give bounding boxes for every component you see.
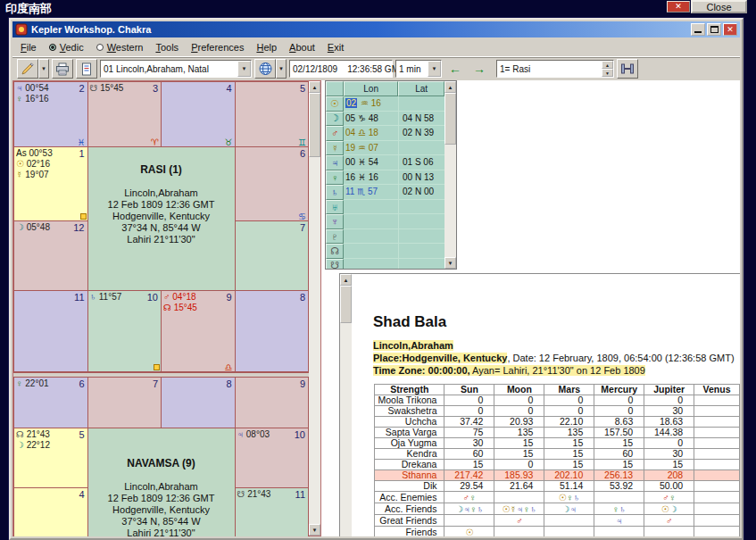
navamsa-house-8-cell[interactable]: 8	[162, 378, 236, 428]
lon-cell: 19 ♒ 07	[344, 141, 399, 156]
planet-table-scrollbar[interactable]: ▲ ▼	[444, 81, 456, 269]
planet-row-saturn[interactable]: ♄11 ♏ 5702 N 00	[326, 185, 444, 200]
menu-item-about[interactable]: About	[283, 39, 321, 55]
navamsa-house-4-cell[interactable]: 4	[14, 488, 88, 536]
varga-spinner[interactable]: ▲▼	[602, 61, 613, 77]
planet-row-mars[interactable]: ♂04 ♎ 1802 N 39	[326, 126, 444, 141]
planet-row-uranus[interactable]: ♅	[326, 200, 444, 215]
window-titlebar[interactable]: Kepler Workshop. Chakra ✕	[12, 21, 740, 37]
navamsa-title: NAVAMSA (9)	[88, 457, 235, 469]
chart-select[interactable]: 01 Lincoln,Abraham, Natal ▼	[100, 60, 252, 78]
location-button[interactable]	[254, 59, 276, 79]
menu-item-tools[interactable]: Tools	[149, 39, 185, 55]
globe-icon	[258, 62, 273, 76]
report-page-button[interactable]	[76, 59, 97, 79]
navamsa-house-9-cell[interactable]: 9	[236, 378, 310, 428]
rasi-house-6-cell[interactable]: 6♋	[236, 147, 310, 221]
rasi-house-9-cell[interactable]: 9♂ 04°18☊ 15°45♎	[162, 291, 236, 372]
scroll-down-button[interactable]: ▼	[444, 257, 456, 269]
report-scrollbar[interactable]: ▲	[340, 274, 352, 536]
scroll-track[interactable]	[340, 323, 352, 536]
sb-row-acc-enemies: Acc. Enemies♂♀☉♀♄♂♀	[375, 492, 740, 503]
draw-tool-dropdown[interactable]: ▼	[38, 59, 49, 79]
planet-row-moon[interactable]: ☽05 ♑ 4804 N 58	[326, 112, 444, 127]
navamsa-house-10-cell[interactable]: 10♃ 08°03	[236, 428, 310, 488]
navamsa-house-6-cell[interactable]: 6♀ 22°01	[14, 378, 88, 428]
scroll-thumb[interactable]	[444, 93, 456, 145]
scroll-thumb[interactable]	[340, 286, 352, 323]
menu-item-western[interactable]: Western	[90, 39, 150, 55]
scroll-track[interactable]	[309, 157, 320, 524]
rasi-house-11-cell[interactable]: 11	[14, 291, 88, 372]
rasi-house-7-cell[interactable]: 7	[236, 221, 310, 291]
close-button[interactable]: ✕	[723, 23, 737, 36]
scroll-down-icon: ▼	[448, 261, 453, 266]
planet-row-sun[interactable]: ☉02 ♒ 16	[326, 96, 444, 112]
sign-glyph: ♎	[225, 362, 233, 372]
planet-row-rahu[interactable]: ☊	[326, 244, 444, 259]
rasi-house-1-cell[interactable]: 1As 00°53☉ 02°16☿ 19°07	[14, 147, 88, 221]
rasi-house-5-cell[interactable]: 5♊	[236, 82, 310, 147]
menu-item-help[interactable]: Help	[250, 39, 283, 55]
spin-down-icon[interactable]: ▼	[602, 69, 613, 77]
desktop-close-button[interactable]: Close	[691, 0, 747, 13]
planet-row-venus[interactable]: ♀16 ♓ 1600 N 13	[326, 170, 444, 186]
arrow-right-icon: →	[473, 62, 486, 75]
rasi-house-12-cell[interactable]: 12☽ 05°48	[14, 221, 88, 291]
scroll-up-button[interactable]: ▲	[340, 274, 352, 286]
radio-selected-icon	[49, 44, 56, 51]
navamsa-house-5-cell[interactable]: 5☊ 21°43☽ 22°12	[14, 428, 88, 488]
planet-row-mercury[interactable]: ☿19 ♒ 07	[326, 141, 444, 156]
scroll-down-button[interactable]: ▼	[309, 524, 320, 536]
planet-row-ketu[interactable]: ☋	[326, 259, 444, 270]
lon-cell	[344, 259, 399, 270]
varga-select[interactable]: 1= Rasi ▲▼	[496, 60, 614, 78]
scroll-track[interactable]	[444, 145, 456, 257]
menu-item-exit[interactable]: Exit	[321, 39, 350, 55]
scroll-up-button[interactable]: ▲	[444, 81, 456, 93]
house-number: 7	[153, 378, 158, 389]
selected-degree: 02	[345, 98, 357, 108]
lon-cell	[344, 244, 399, 259]
report-window: ▲ Shad Bala Lincoln,Abraham Place:Hodgen…	[339, 273, 740, 536]
maximize-button[interactable]	[707, 23, 721, 36]
desktop-close-x-button[interactable]: ✕	[667, 1, 690, 12]
rasi-house-2-cell[interactable]: 2♃ 00°54♀ 16°16♓	[14, 82, 88, 147]
rasi-house-4-cell[interactable]: 4♉	[162, 82, 236, 147]
navamsa-house-11-cell[interactable]: 11☋ 21°43	[236, 488, 310, 536]
planet-col-glyph	[326, 81, 344, 96]
lat-cell: 00 N 13	[399, 170, 444, 186]
report-title: Shad Bala	[373, 313, 740, 331]
layout-button[interactable]	[617, 59, 638, 79]
chevron-down-icon[interactable]: ▼	[237, 61, 251, 77]
scroll-up-button[interactable]: ▲	[309, 81, 320, 93]
planet-row-pluto[interactable]: ♇	[326, 229, 444, 245]
print-button[interactable]	[52, 59, 73, 79]
rasi-house-3-cell[interactable]: 3☋ 15°45♈	[88, 82, 162, 147]
location-dropdown[interactable]: ▼	[276, 59, 287, 79]
menu-item-vedic[interactable]: Vedic	[43, 39, 90, 55]
sb-row-uchcha: Uchcha37.4220.9322.108.6318.63	[375, 417, 740, 428]
step-forward-button[interactable]: →	[469, 59, 490, 79]
menu-item-preferences[interactable]: Preferences	[185, 39, 250, 55]
planet-row-neptune[interactable]: ♆	[326, 214, 444, 229]
rasi-house-8-cell[interactable]: 8	[236, 291, 310, 372]
planet-row-jupiter[interactable]: ♃00 ♓ 5401 S 06	[326, 155, 444, 170]
house-number: 10	[147, 292, 158, 303]
sb-row-sapta-varga: Sapta Varga75135135157.50144.38	[375, 428, 740, 438]
rasi-house-10-cell[interactable]: 10♄ 11°57	[88, 291, 162, 372]
chevron-down-icon[interactable]: ▼	[428, 61, 441, 77]
datetime-field[interactable]: 02/12/1809 12:36:58 GMT	[289, 60, 393, 78]
spin-up-icon[interactable]: ▲	[602, 61, 613, 69]
chart-scrollbar[interactable]: ▲ ▼	[309, 81, 320, 536]
navamsa-house-7-cell[interactable]: 7	[88, 378, 162, 428]
step-back-button[interactable]: ←	[444, 59, 466, 79]
menu-item-file[interactable]: File	[14, 39, 43, 55]
minimize-button[interactable]	[691, 23, 705, 36]
lat-cell	[399, 141, 444, 156]
time-step-select[interactable]: 1 min ▼	[395, 60, 442, 78]
planet-position: ☊ 21°43	[16, 429, 86, 440]
draw-tool-button[interactable]	[17, 59, 38, 79]
chevron-down-icon: ▼	[278, 66, 284, 71]
scroll-thumb[interactable]	[309, 93, 320, 157]
